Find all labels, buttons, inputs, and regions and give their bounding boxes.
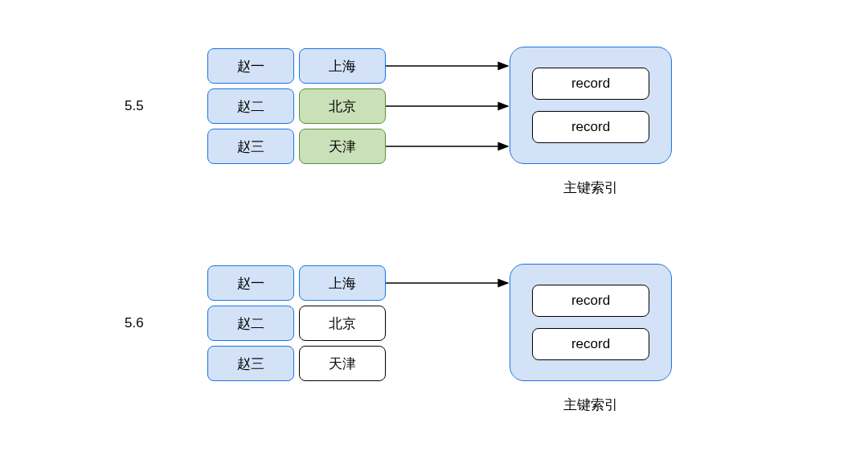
city-cell: 上海 — [299, 265, 386, 301]
record-box: record — [532, 111, 649, 143]
city-cell: 天津 — [299, 346, 386, 381]
name-cell: 赵二 — [207, 306, 294, 341]
index-caption: 主键索引 — [510, 396, 672, 414]
version-label-bottom: 5.6 — [125, 315, 144, 331]
record-box: record — [532, 285, 649, 317]
name-cell: 赵三 — [207, 129, 294, 164]
arrows-layer — [0, 0, 868, 472]
primary-index-box: record record — [510, 47, 672, 164]
version-label-top: 5.5 — [125, 98, 144, 114]
name-cell: 赵二 — [207, 88, 294, 124]
city-cell: 天津 — [299, 129, 386, 164]
diagram-canvas: 5.5 赵一 赵二 赵三 上海 北京 天津 record record 主键索引… — [0, 0, 868, 472]
record-box: record — [532, 328, 649, 360]
city-cell: 上海 — [299, 48, 386, 84]
name-cell: 赵一 — [207, 265, 294, 301]
name-cell: 赵一 — [207, 48, 294, 84]
name-cell: 赵三 — [207, 346, 294, 381]
primary-index-box: record record — [510, 264, 672, 381]
index-caption: 主键索引 — [510, 179, 672, 197]
record-box: record — [532, 68, 649, 100]
city-cell: 北京 — [299, 88, 386, 124]
city-cell: 北京 — [299, 306, 386, 341]
